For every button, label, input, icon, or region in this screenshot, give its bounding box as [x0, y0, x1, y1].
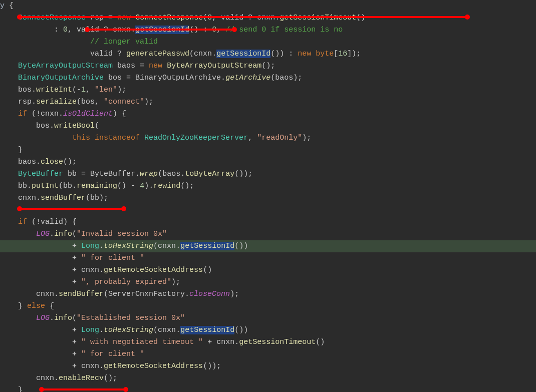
- code-line[interactable]: this instanceof ReadOnlyZooKeeperServer,…: [0, 132, 536, 144]
- code-token: generatePasswd: [126, 50, 189, 58]
- code-token: // longer valid: [90, 38, 158, 46]
- code-line[interactable]: if (!cnxn.isOldClient) {: [0, 108, 536, 120]
- code-token: // send 0 if session is no: [225, 26, 343, 34]
- code-token: :: [54, 26, 59, 34]
- code-token: .: [176, 242, 180, 250]
- code-token: (): [203, 266, 212, 274]
- code-token: Long: [77, 326, 99, 334]
- code-token: .: [99, 266, 104, 274]
- code-token: (cnxn: [189, 50, 212, 58]
- code-token: ?: [117, 50, 122, 58]
- code-token: ,: [248, 134, 257, 142]
- code-token: (ServerCnxnFactory: [104, 290, 185, 298]
- code-token: cnxn: [36, 374, 54, 382]
- code-token: bos: [36, 122, 50, 130]
- code-editor[interactable]: y { ConnectResponse rsp = new ConnectRes…: [0, 0, 536, 392]
- code-token: ());: [234, 170, 252, 178]
- code-line[interactable]: cnxn.enableRecv();: [0, 372, 536, 384]
- code-line[interactable]: valid ? generatePasswd(cnxn.getSessionId…: [0, 48, 536, 60]
- code-line[interactable]: rsp.serialize(bos, "connect");: [0, 96, 536, 108]
- code-token: .: [32, 86, 36, 94]
- code-token: info: [54, 314, 72, 322]
- code-token: "connect": [104, 98, 144, 106]
- code-token: .: [99, 362, 104, 370]
- code-token: BinaryOutputArchive: [18, 74, 104, 82]
- code-line[interactable]: // longer valid: [0, 36, 536, 48]
- code-line[interactable]: + Long.toHexString(cnxn.getSessionId()): [0, 240, 536, 252]
- annotation-arrow: [19, 208, 124, 210]
- code-token: .: [135, 170, 140, 178]
- code-token: "Established session 0x": [77, 314, 185, 322]
- code-line[interactable]: ConnectResponse rsp = new ConnectRespons…: [0, 12, 536, 24]
- code-token: +: [72, 278, 77, 286]
- code-token: instanceof: [95, 134, 140, 142]
- code-line[interactable]: + ", probably expired");: [0, 276, 536, 288]
- code-line[interactable]: LOG.info("Invalid session 0x": [0, 228, 536, 240]
- code-line[interactable]: BinaryOutputArchive bos = BinaryOutputAr…: [0, 72, 536, 84]
- code-line[interactable]: y {: [0, 0, 536, 12]
- code-line[interactable]: ByteArrayOutputStream baos = new ByteArr…: [0, 60, 536, 72]
- code-token: (: [72, 314, 77, 322]
- code-token: :: [289, 50, 293, 58]
- code-token: getSessionId: [216, 50, 271, 58]
- code-line[interactable]: + " for client ": [0, 348, 536, 360]
- code-line[interactable]: : 0, valid ? cnxn.getSessionId() : 0, //…: [0, 24, 536, 36]
- code-token: ();: [180, 182, 194, 190]
- code-token: ]);: [347, 50, 361, 58]
- code-line[interactable]: bos.writeInt(-1, "len");: [0, 84, 536, 96]
- code-token: cnxn: [36, 290, 54, 298]
- code-line[interactable]: cnxn.sendBuffer(bb);: [0, 192, 536, 204]
- code-token: cnxn: [77, 362, 99, 370]
- code-token: serialize: [36, 98, 77, 106]
- code-token: =: [140, 62, 144, 70]
- code-token: putInt: [32, 182, 59, 190]
- code-token: .: [149, 182, 153, 190]
- code-line[interactable]: + cnxn.getRemoteSocketAddress());: [0, 360, 536, 372]
- code-token: toHexString: [104, 242, 153, 250]
- code-line[interactable]: + Long.toHexString(cnxn.getSessionId()): [0, 324, 536, 336]
- code-token: ByteBuffer: [86, 170, 135, 178]
- code-block[interactable]: y { ConnectResponse rsp = new ConnectRes…: [0, 0, 536, 392]
- code-token: remaining: [77, 182, 117, 190]
- code-token: +: [72, 326, 77, 334]
- code-token: sendBuffer: [59, 290, 104, 298]
- code-token: getSessionId: [180, 326, 234, 334]
- code-line[interactable]: bb.putInt(bb.remaining() - 4).rewind();: [0, 180, 536, 192]
- code-token: (: [72, 230, 77, 238]
- code-token: ) {: [113, 110, 126, 118]
- code-token: bos: [18, 86, 32, 94]
- code-token: close: [41, 158, 63, 166]
- code-token: cnxn: [212, 338, 234, 346]
- code-line[interactable]: ByteBuffer bb = ByteBuffer.wrap(baos.toB…: [0, 168, 536, 180]
- code-line[interactable]: baos.close();: [0, 156, 536, 168]
- code-token: .: [32, 98, 36, 106]
- code-token: info: [54, 230, 72, 238]
- code-line[interactable]: + " for client ": [0, 252, 536, 264]
- code-token: .: [59, 110, 63, 118]
- code-token: (-: [72, 86, 81, 94]
- code-token: rewind: [153, 182, 180, 190]
- code-token: 16: [338, 50, 347, 58]
- code-token: (baos: [158, 170, 180, 178]
- code-token: +: [72, 242, 77, 250]
- code-line[interactable]: [0, 204, 536, 216]
- code-line[interactable]: }: [0, 144, 536, 156]
- code-line[interactable]: + cnxn.getRemoteSocketAddress(): [0, 264, 536, 276]
- code-token: bb: [18, 182, 27, 190]
- code-line[interactable]: } else {: [0, 300, 536, 312]
- code-token: +: [72, 338, 77, 346]
- code-token: );: [117, 86, 126, 94]
- code-token: byte: [316, 50, 334, 58]
- code-line[interactable]: cnxn.sendBuffer(ServerCnxnFactory.closeC…: [0, 288, 536, 300]
- code-token: bos: [104, 74, 126, 82]
- code-token: .: [72, 182, 77, 190]
- code-line[interactable]: if (!valid) {: [0, 216, 536, 228]
- code-line[interactable]: + " with negotiated timeout " + cnxn.get…: [0, 336, 536, 348]
- code-token: " with negotiated timeout ": [81, 338, 203, 346]
- code-token: toHexString: [104, 326, 153, 334]
- code-line[interactable]: LOG.info("Established session 0x": [0, 312, 536, 324]
- code-token: ReadOnlyZooKeeperServer: [144, 134, 248, 142]
- code-token: ()): [234, 326, 248, 334]
- code-token: () -: [117, 182, 140, 190]
- code-line[interactable]: bos.writeBool(: [0, 120, 536, 132]
